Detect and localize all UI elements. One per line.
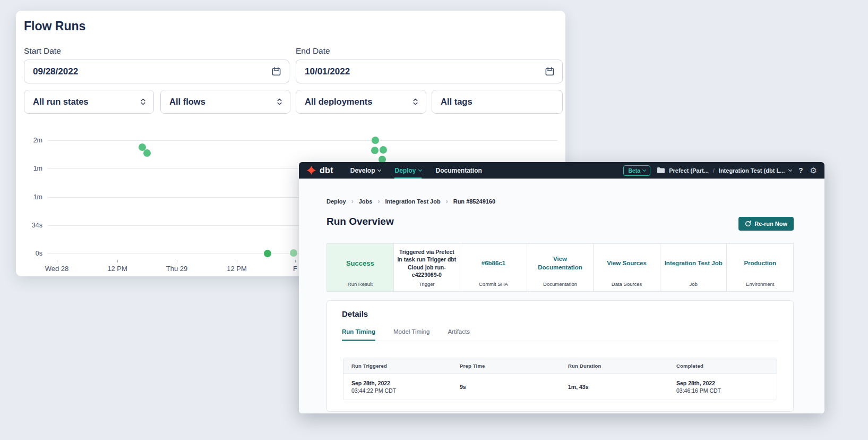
environment-name[interactable]: Integration Test (dbt L... [719, 167, 785, 174]
x-axis-tick-label: F [293, 265, 297, 273]
run-result-label: Run Result [327, 281, 393, 287]
beta-dropdown[interactable]: Beta [623, 165, 650, 176]
tab-model-timing[interactable]: Model Timing [393, 328, 429, 341]
nav-item-develop[interactable]: Develop [350, 162, 381, 179]
flow-runs-title: Flow Runs [24, 19, 85, 33]
gear-icon[interactable]: ⚙ [810, 166, 817, 174]
breadcrumb: Deploy › Jobs › Integration Test Job › R… [326, 198, 495, 205]
prep-time-value: 9s [460, 384, 560, 390]
breadcrumb-job-name[interactable]: Integration Test Job [385, 198, 440, 205]
dbt-header-right: Beta Prefect (Part... / Integration Test… [623, 165, 817, 176]
end-date-value[interactable] [305, 66, 545, 77]
run-triggered-date: Sep 28th, 2022 [351, 380, 452, 386]
card-trigger: Triggered via Prefect in task run Trigge… [393, 244, 460, 291]
project-name[interactable]: Prefect (Part... [669, 167, 709, 174]
y-axis-tick-label: 1m [17, 193, 42, 201]
environment-label: Environment [727, 281, 793, 287]
flow-run-point[interactable] [264, 250, 271, 257]
start-date-value[interactable] [33, 66, 271, 77]
details-panel: Details Run Timing Model Timing Artifact… [326, 300, 794, 412]
commit-sha-link[interactable]: #6b86c1 [482, 259, 505, 268]
documentation-label: Documentation [527, 281, 594, 287]
trigger-value: Triggered via Prefect in task run Trigge… [397, 248, 457, 278]
run-summary-cards: Success Run Result Triggered via Prefect… [326, 243, 794, 292]
breadcrumb-separator: › [351, 198, 354, 205]
desktop-background: Flow Runs Start Date End Date All run st… [0, 0, 868, 440]
y-axis-tick-label: 1m [17, 165, 42, 172]
breadcrumb-deploy[interactable]: Deploy [326, 198, 346, 205]
path-separator: / [713, 167, 715, 174]
dbt-logo-text: dbt [320, 166, 333, 175]
filter-run-states-label: All run states [33, 97, 89, 107]
flow-run-point[interactable] [372, 137, 379, 144]
start-date-input[interactable] [24, 60, 289, 83]
card-job[interactable]: Integration Test Job Job [660, 244, 727, 291]
dbt-main-nav: Develop Deploy Documentation [350, 162, 482, 179]
chevron-down-icon [377, 167, 381, 171]
view-documentation-link[interactable]: View Documentation [530, 255, 590, 272]
nav-deploy-label: Deploy [394, 167, 416, 174]
calendar-icon[interactable] [271, 66, 281, 77]
filter-tags-label: All tags [441, 97, 472, 107]
folder-icon [657, 167, 665, 173]
details-title: Details [342, 309, 368, 318]
cell-prep-time: 9s [452, 384, 560, 390]
table-row: Sep 28th, 2022 03:44:22 PM CDT 9s 1m, 43… [343, 374, 777, 400]
calendar-icon[interactable] [545, 66, 555, 77]
run-duration-value: 1m, 43s [568, 384, 668, 390]
job-link[interactable]: Integration Test Job [665, 259, 723, 268]
nav-item-documentation[interactable]: Documentation [435, 162, 482, 179]
filter-run-states[interactable]: All run states [24, 90, 154, 114]
chevrons-updown-icon [412, 97, 418, 106]
start-date-label: Start Date [24, 46, 61, 56]
run-result-value: Success [346, 259, 374, 268]
filter-flows-label: All flows [169, 97, 205, 107]
flow-run-point[interactable] [371, 147, 379, 154]
cell-completed: Sep 28th, 2022 03:46:16 PM CDT [668, 380, 777, 394]
end-date-input[interactable] [296, 60, 563, 83]
dbt-top-bar: dbt Develop Deploy Documentation Beta [299, 162, 824, 179]
card-commit-sha[interactable]: #6b86c1 Commit SHA [460, 244, 527, 291]
data-sources-label: Data Sources [594, 281, 660, 287]
project-env-picker[interactable]: Prefect (Part... / Integration Test (dbt… [657, 167, 792, 174]
card-documentation[interactable]: View Documentation Documentation [527, 244, 594, 291]
view-sources-link[interactable]: View Sources [607, 259, 647, 268]
breadcrumb-separator: › [446, 198, 448, 205]
run-overview-title: Run Overview [326, 216, 394, 227]
card-data-sources[interactable]: View Sources Data Sources [593, 244, 660, 291]
card-environment[interactable]: Production Environment [726, 244, 793, 291]
tab-artifacts[interactable]: Artifacts [448, 328, 470, 341]
filter-tags[interactable]: All tags [432, 90, 563, 114]
breadcrumb-jobs[interactable]: Jobs [359, 198, 373, 205]
environment-link[interactable]: Production [744, 259, 776, 268]
chevron-down-icon [418, 167, 422, 171]
beta-label: Beta [628, 167, 640, 174]
card-run-result: Success Run Result [327, 244, 393, 291]
nav-item-deploy[interactable]: Deploy [394, 162, 422, 179]
col-run-triggered: Run Triggered [343, 363, 452, 369]
y-axis-tick-label: 0s [17, 250, 42, 257]
flow-run-point[interactable] [380, 146, 387, 154]
flow-run-point[interactable] [290, 249, 297, 257]
filter-flows[interactable]: All flows [160, 90, 290, 114]
end-date-label: End Date [296, 46, 330, 56]
x-axis-tick [117, 260, 118, 263]
x-axis-tick [177, 260, 177, 263]
chevrons-updown-icon [140, 97, 146, 106]
breadcrumb-separator: › [377, 198, 380, 205]
completed-date: Sep 28th, 2022 [676, 380, 777, 386]
x-axis-tick [57, 260, 57, 263]
chevron-down-icon [642, 167, 646, 171]
filter-deployments[interactable]: All deployments [296, 90, 426, 114]
cell-run-triggered: Sep 28th, 2022 03:44:22 PM CDT [343, 380, 452, 394]
help-icon[interactable]: ? [798, 166, 803, 174]
tab-run-timing[interactable]: Run Timing [342, 328, 375, 341]
run-timing-table: Run Triggered Prep Time Run Duration Com… [343, 358, 777, 400]
flow-run-point[interactable] [143, 149, 151, 157]
cell-run-duration: 1m, 43s [560, 384, 668, 390]
rerun-now-button[interactable]: Re-run Now [738, 217, 794, 231]
y-axis-tick-label: 2m [17, 137, 42, 144]
dbt-logo[interactable]: dbt [306, 165, 333, 175]
run-triggered-time: 03:44:22 PM CDT [351, 387, 452, 394]
col-run-duration: Run Duration [560, 363, 668, 369]
